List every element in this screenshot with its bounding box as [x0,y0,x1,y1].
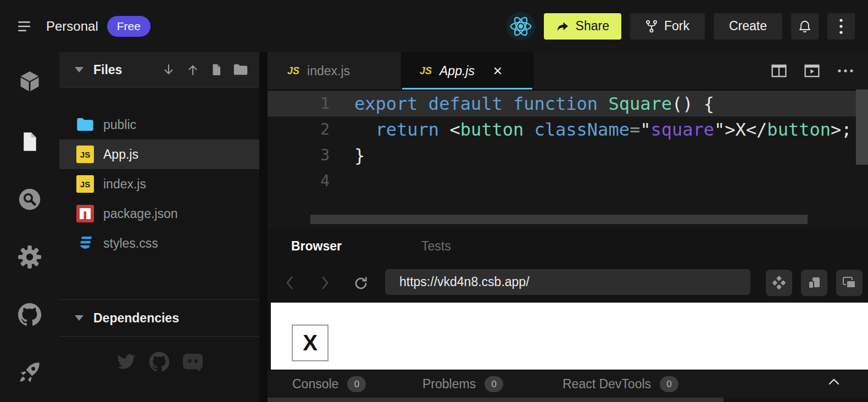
bottom-scrollbar-track [268,398,868,402]
browser-navigation-bar: https://vkd4n8.csb.app/ [268,264,868,303]
count-badge: 0 [660,376,678,392]
file-row[interactable]: styles.css [59,228,259,258]
js-file-icon: JS [76,145,94,164]
devtools-diamonds-icon [772,276,786,290]
editor-more-button[interactable] [837,69,854,73]
file-row[interactable]: package.json [59,199,259,228]
open-external-icon [842,276,856,289]
code-line[interactable]: 3} [268,142,868,168]
console-bar-item[interactable]: Problems0 [422,370,503,398]
code-text: } [330,145,365,166]
js-file-icon: JS [420,65,432,77]
forward-icon [320,274,331,292]
download-icon [162,63,176,77]
line-number: 3 [268,146,330,164]
tab-label: App.js [439,64,475,79]
devtools-button[interactable] [766,270,792,296]
square-button[interactable]: X [292,325,329,361]
split-view-icon [771,64,787,77]
settings-button[interactable] [17,244,42,270]
console-bar-item[interactable]: Console0 [292,370,366,398]
forward-button[interactable] [320,274,331,292]
social-links [59,351,259,372]
code-editor[interactable]: 1export default function Square() {2 ret… [268,91,868,228]
upload-icon [186,63,200,77]
url-input[interactable]: https://vkd4n8.csb.app/ [385,269,750,295]
gear-icon [18,245,42,269]
tab-index-js[interactable]: JS index.js [268,52,402,90]
back-icon [284,274,295,292]
tab-label: index.js [307,64,350,79]
github-link[interactable] [149,351,170,372]
file-row[interactable]: public [59,110,259,139]
discord-icon [182,352,204,372]
dependencies-section-header[interactable]: Dependencies [59,299,259,337]
menu-button[interactable] [15,18,34,35]
count-badge: 0 [347,376,366,392]
line-number: 4 [268,172,330,190]
download-button[interactable] [162,63,176,77]
more-options-button[interactable] [827,13,855,40]
editor-pane: JS index.js JS App.js [268,52,868,402]
open-external-button[interactable] [836,270,863,296]
file-name: package.json [103,206,178,221]
codesandbox-app: Personal Free Share Fork Create [0,0,868,402]
workspace-name[interactable]: Personal [46,19,98,34]
code-line[interactable]: 1export default function Square() { [268,91,868,116]
new-folder-button[interactable] [233,63,248,76]
search-button[interactable] [17,187,42,212]
file-row[interactable]: JSindex.js [59,169,259,199]
new-file-icon [210,63,223,77]
files-section-title: Files [93,63,122,77]
line-number: 2 [268,120,330,138]
deployment-button[interactable] [17,360,42,385]
refresh-button[interactable] [353,275,369,292]
file-explorer: Files [59,52,259,402]
close-tab-button[interactable] [493,66,502,75]
file-name: index.js [103,177,146,192]
npm-icon [76,204,94,223]
fork-button[interactable]: Fork [630,13,705,40]
vertical-scrollbar-thumb[interactable] [856,90,868,165]
discord-link[interactable] [182,352,204,372]
upload-button[interactable] [186,63,200,77]
preview-play-icon [804,64,820,77]
github-icon [18,303,42,327]
editor-tab-bar: JS index.js JS App.js [268,52,868,91]
share-button-label: Share [576,19,609,34]
bottom-scrollbar-thumb[interactable] [268,398,724,402]
twitter-link[interactable] [115,352,137,372]
sandbox-button[interactable] [17,69,42,94]
bell-icon [798,19,812,34]
notifications-button[interactable] [791,13,819,40]
devtools-tab-bar: Browser Tests [268,228,868,264]
search-icon [18,187,42,211]
back-button[interactable] [284,274,295,292]
responsive-preview-button[interactable] [801,270,827,296]
panel-resize-handle[interactable] [259,52,268,402]
explorer-button[interactable] [17,129,42,154]
browser-tab[interactable]: Browser [291,239,342,254]
code-line[interactable]: 2 return <button className="square">X</b… [268,116,868,142]
files-section-header[interactable]: Files [59,52,259,88]
js-file-icon: JS [76,175,94,193]
toggle-preview-button[interactable] [804,64,820,77]
css3-icon [76,234,94,253]
horizontal-scrollbar-thumb[interactable] [310,215,808,224]
create-button[interactable]: Create [714,13,782,40]
chevron-down-icon [75,315,84,321]
new-file-button[interactable] [210,63,223,77]
code-text: export default function Square() { [330,93,714,114]
file-row[interactable]: JSApp.js [59,139,259,169]
share-button[interactable]: Share [544,13,621,40]
github-panel-button[interactable] [17,302,42,327]
code-line[interactable]: 4 [268,168,868,194]
split-editor-button[interactable] [771,64,787,77]
line-number: 1 [268,94,330,113]
tab-app-js[interactable]: JS App.js [402,52,533,90]
collapse-panel-button[interactable] [827,377,841,387]
file-icon [19,130,41,154]
github-icon [149,351,170,372]
console-bar-item[interactable]: React DevTools0 [563,370,678,398]
tests-tab[interactable]: Tests [421,239,451,254]
